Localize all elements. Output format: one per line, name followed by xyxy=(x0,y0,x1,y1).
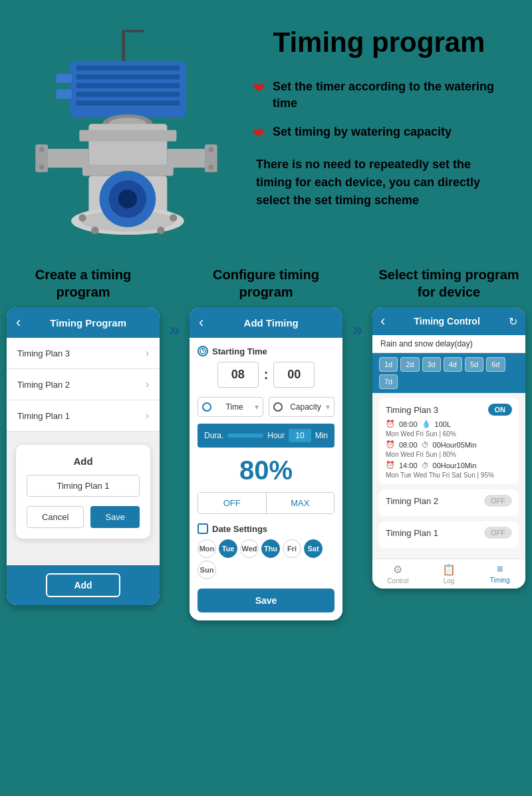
phone3-day-btn-4d[interactable]: 4d xyxy=(444,357,462,372)
arrow-container-1: » xyxy=(166,266,183,340)
phone1-label: Create a timing program xyxy=(7,266,160,301)
phone3-capacity-icon-3: ⏱ xyxy=(422,462,429,469)
phone2-min-value[interactable]: 10 xyxy=(289,429,311,442)
phone-column-1: Create a timing program ‹ Timing Program… xyxy=(7,266,160,605)
phone2-day-thu[interactable]: Thu xyxy=(261,539,280,558)
phone3-day-btn-1d[interactable]: 1d xyxy=(379,357,398,372)
phone3-day-btn-3d[interactable]: 3d xyxy=(422,357,441,372)
phone2-dur-input[interactable] xyxy=(227,434,263,438)
phone3-plan1-toggle[interactable]: OFF xyxy=(484,527,512,539)
phone1-dialog-buttons: Cancel Save xyxy=(27,506,140,528)
phone1-cancel-button[interactable]: Cancel xyxy=(27,506,84,528)
device-image-area xyxy=(13,20,239,246)
phone2-day-mon[interactable]: Mon xyxy=(198,539,216,558)
phone1-chevron-3: › xyxy=(146,410,149,422)
phone2-duration-row: Dura. Hour 10 Min xyxy=(198,424,334,448)
phone1-item-name-3: Timing Plan 1 xyxy=(17,411,70,421)
phone1-list-item-2[interactable]: Timing Plan 2 › xyxy=(7,369,160,400)
phone3-plan2-name: Timing Plan 2 xyxy=(386,496,438,506)
phone2-max-button[interactable]: MAX xyxy=(267,493,334,513)
phone2-off-max-row: OFF MAX xyxy=(198,492,334,514)
phone2-save-button[interactable]: Save xyxy=(198,589,334,612)
bullet-text-2: Set timing by watering capacity xyxy=(273,124,452,140)
phone3-nav-log[interactable]: 📋 Log xyxy=(424,563,475,585)
phone3-back-icon[interactable]: ‹ xyxy=(380,313,385,330)
phone2-minute-box[interactable]: 00 xyxy=(273,362,315,388)
phone3-clock-icon-3: ⏰ xyxy=(386,461,395,469)
phone3-nav-timing[interactable]: ≡ Timing xyxy=(474,563,525,585)
svg-point-16 xyxy=(39,147,45,152)
phone3-plan3-name: Timing Plan 3 xyxy=(386,405,438,415)
phone1-list-item-3[interactable]: Timing Plan 1 › xyxy=(7,400,160,432)
phone3-day-btn-2d[interactable]: 2d xyxy=(400,357,419,372)
device-illustration xyxy=(27,27,226,246)
svg-rect-4 xyxy=(76,74,180,80)
phone3-day-btn-6d[interactable]: 6d xyxy=(486,357,505,372)
phone3-entry2-time: 08:00 xyxy=(399,441,418,449)
phone2-hour-box[interactable]: 08 xyxy=(217,362,259,388)
phone1-save-button[interactable]: Save xyxy=(90,506,140,528)
phone3-timing-label: Timing xyxy=(490,577,510,584)
phone2-days-row: Mon Tue Wed Thu Fri Sat Sun xyxy=(198,539,334,579)
phone3-refresh-icon[interactable]: ↻ xyxy=(509,315,517,328)
phone2-day-wed[interactable]: Wed xyxy=(240,539,259,558)
phone1-add-button[interactable]: Add xyxy=(46,573,120,597)
phone2-day-sat[interactable]: Sat xyxy=(304,539,323,558)
svg-point-27 xyxy=(170,214,177,221)
phone1-back-icon[interactable]: ‹ xyxy=(16,314,21,331)
phone1-header: ‹ Timing Program xyxy=(7,307,160,338)
phone2-capacity-select-icon xyxy=(273,402,283,412)
phone2-percentage: 80% xyxy=(198,456,334,485)
phone3-nav-control[interactable]: ⚙ Control xyxy=(372,563,424,585)
svg-point-29 xyxy=(157,227,164,234)
phone2-capacity-selector[interactable]: Capacity ▾ xyxy=(269,397,334,417)
phone3-plan2-toggle[interactable]: OFF xyxy=(484,495,512,507)
phone3-clock-icon-1: ⏰ xyxy=(386,420,395,428)
phone2-back-icon[interactable]: ‹ xyxy=(199,314,203,331)
phone2-header-title: Add Timing xyxy=(209,317,333,329)
phone1-item-name-1: Timing Plan 3 xyxy=(17,348,70,358)
heart-icon-1: ❤ xyxy=(253,80,265,97)
phone3-body: Timing Plan 3 ON ⏰ 08:00 💧 100L Mon Wed … xyxy=(372,393,525,559)
phone2-off-button[interactable]: OFF xyxy=(198,493,267,513)
phone2-day-tue[interactable]: Tue xyxy=(219,539,237,558)
phone1-frame: ‹ Timing Program Timing Plan 3 › Timing … xyxy=(7,307,160,605)
svg-rect-5 xyxy=(76,83,180,88)
svg-rect-6 xyxy=(76,92,180,97)
phone2-time-selector-label: Time xyxy=(225,402,243,412)
phone3-header: ‹ Timing Control ↻ xyxy=(372,307,525,335)
phone2-dropdown-icon-1: ▾ xyxy=(255,402,259,412)
phone2-day-fri[interactable]: Fri xyxy=(283,539,301,558)
phone2-dropdown-icon-2: ▾ xyxy=(326,402,330,412)
phone2-time-selector[interactable]: Time ▾ xyxy=(198,397,263,417)
phone1-dialog-input[interactable]: Timing Plan 1 xyxy=(27,475,140,497)
phone3-header-title: Timing Control xyxy=(389,316,505,327)
phone3-plan3: Timing Plan 3 ON ⏰ 08:00 💧 100L Mon Wed … xyxy=(379,398,519,484)
svg-point-32 xyxy=(118,190,137,208)
phone2-hour-label: Hour xyxy=(267,431,285,440)
phone3-entry1-time: 08:00 xyxy=(399,420,418,428)
phone2-clock-icon xyxy=(198,346,208,356)
phone3-plan1: Timing Plan 1 OFF xyxy=(379,521,519,548)
phone1-item-name-2: Timing Plan 2 xyxy=(17,380,70,390)
heart-icon-2: ❤ xyxy=(253,125,265,142)
phone1-spacer xyxy=(7,552,160,565)
phone2-day-sun[interactable]: Sun xyxy=(198,561,216,579)
phone3-log-label: Log xyxy=(444,577,455,585)
phone3-timing-icon: ≡ xyxy=(497,563,503,575)
phone3-day-btn-5d[interactable]: 5d xyxy=(465,357,483,372)
phone1-header-title: Timing Program xyxy=(26,317,150,329)
phone2-label: Configure timing program xyxy=(190,266,342,301)
phone1-list-item-1[interactable]: Timing Plan 3 › xyxy=(7,338,160,369)
phone3-plan1-name: Timing Plan 1 xyxy=(386,528,438,538)
phone3-plan2-header: Timing Plan 2 OFF xyxy=(386,495,512,507)
phone1-dialog-title: Add xyxy=(27,456,140,467)
phone3-plan3-toggle[interactable]: ON xyxy=(488,404,513,416)
phones-row: Create a timing program ‹ Timing Program… xyxy=(7,266,525,620)
phone2-min-label: Min xyxy=(315,431,328,440)
phone3-plan1-header: Timing Plan 1 OFF xyxy=(386,527,512,539)
svg-point-26 xyxy=(78,214,86,221)
phone3-day-btn-7d[interactable]: 7d xyxy=(379,374,398,389)
bullet-item-1: ❤ Set the timer according to the waterin… xyxy=(253,78,505,112)
phone2-starting-label-text: Starting Time xyxy=(212,346,267,356)
